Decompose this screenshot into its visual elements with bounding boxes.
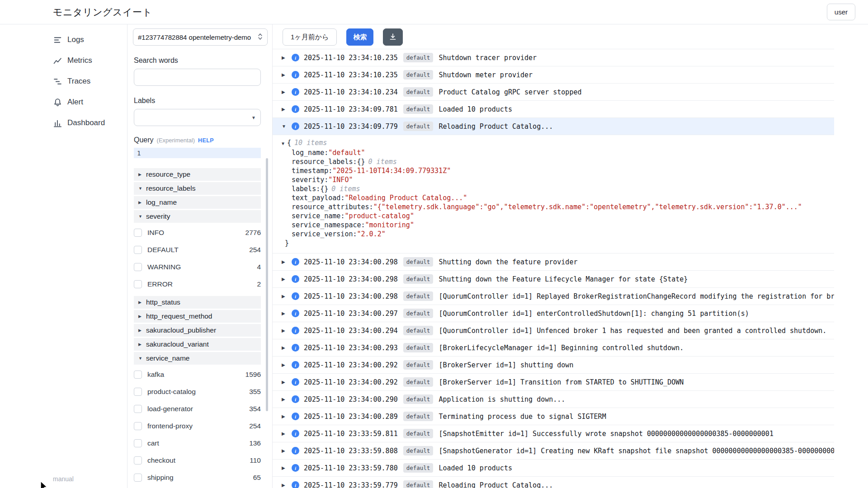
facet-item-cart[interactable]: cart 136 <box>134 435 261 452</box>
log-row[interactable]: ▶ i 2025-11-10 23:34:00.290 default Appl… <box>273 391 834 408</box>
log-row[interactable]: ▶ i 2025-11-10 23:34:10.235 default Shut… <box>273 66 834 84</box>
caret-icon[interactable]: ▶ <box>282 72 288 77</box>
chevron-down-icon: ▼ <box>251 115 256 120</box>
caret-icon[interactable]: ▶ <box>282 483 288 488</box>
query-editor[interactable]: 1 <box>134 148 261 158</box>
info-icon: i <box>292 105 299 113</box>
search-button[interactable]: 検索 <box>346 28 373 46</box>
caret-icon[interactable]: ▶ <box>282 107 288 112</box>
field-value: "default" <box>328 149 365 157</box>
checkbox[interactable] <box>134 388 142 396</box>
facet-item-INFO[interactable]: INFO 2776 <box>134 224 261 241</box>
field-value: "product-catalog" <box>344 212 414 220</box>
log-row[interactable]: ▶ i 2025-11-10 23:33:59.780 default Load… <box>273 460 834 477</box>
query-editor-active-line[interactable]: 1 <box>134 148 261 158</box>
caret-icon[interactable]: ▶ <box>282 277 288 282</box>
facet-item-kafka[interactable]: kafka 1596 <box>134 366 261 383</box>
facet-header-severity[interactable]: ▼ severity <box>134 210 261 223</box>
facet-item-checkout[interactable]: checkout 110 <box>134 452 261 469</box>
caret-icon[interactable]: ▶ <box>282 414 288 419</box>
facet-header-http_status[interactable]: ▶ http_status <box>134 296 261 309</box>
caret-icon[interactable]: ▶ <box>282 380 288 385</box>
checkbox[interactable] <box>134 280 142 288</box>
log-row[interactable]: ▶ i 2025-11-10 23:33:59.811 default [Sna… <box>273 425 834 442</box>
search-words-input[interactable] <box>134 69 261 86</box>
caret-icon[interactable]: ▶ <box>282 397 288 402</box>
log-timestamp: 2025-11-10 23:34:10.235 <box>304 54 398 62</box>
log-row[interactable]: ▶ i 2025-11-10 23:34:00.298 default [Quo… <box>273 288 834 305</box>
log-row[interactable]: ▶ i 2025-11-10 23:34:00.298 default Shut… <box>273 253 834 271</box>
checkbox[interactable] <box>134 246 142 254</box>
checkbox[interactable] <box>134 456 142 465</box>
log-timestamp: 2025-11-10 23:33:59.811 <box>304 430 398 438</box>
field-value: "Reloading Product Catalog..." <box>344 194 467 202</box>
caret-icon[interactable]: ▶ <box>282 345 288 350</box>
checkbox[interactable] <box>134 405 142 413</box>
info-icon: i <box>292 361 299 369</box>
checkbox[interactable] <box>134 229 142 237</box>
log-row[interactable]: ▶ i 2025-11-10 23:33:59.779 default Relo… <box>273 477 834 488</box>
checkbox[interactable] <box>134 422 142 430</box>
facet-item-load-generator[interactable]: load-generator 354 <box>134 400 261 418</box>
info-icon: i <box>292 71 299 79</box>
sidebar-item-logs[interactable]: Logs <box>0 29 127 50</box>
log-row[interactable]: ▶ i 2025-11-10 23:34:00.294 default [Quo… <box>273 322 834 339</box>
checkbox[interactable] <box>134 263 142 271</box>
facet-item-ad[interactable]: ad 40 <box>134 486 261 488</box>
field-value: "INFO" <box>328 176 353 184</box>
user-button[interactable]: user <box>827 4 855 20</box>
checkbox[interactable] <box>134 371 142 379</box>
facet-header-sakuracloud_publisher[interactable]: ▶ sakuracloud_publisher <box>134 324 261 337</box>
log-row[interactable]: ▼ i 2025-11-10 23:34:09.779 default Relo… <box>273 118 834 135</box>
sidebar-item-dashboard[interactable]: Dashboard <box>0 113 127 133</box>
log-row[interactable]: ▶ i 2025-11-10 23:34:00.292 default [Bro… <box>273 374 834 391</box>
facet-header-sakuracloud_variant[interactable]: ▶ sakuracloud_variant <box>134 338 261 351</box>
caret-icon[interactable]: ▶ <box>282 55 288 60</box>
sidebar-item-traces[interactable]: Traces <box>0 71 127 92</box>
download-button[interactable] <box>383 28 403 46</box>
caret-icon[interactable]: ▶ <box>282 311 288 316</box>
log-row[interactable]: ▶ i 2025-11-10 23:34:00.297 default [Quo… <box>273 305 834 322</box>
log-row[interactable]: ▶ i 2025-11-10 23:33:59.808 default [Sna… <box>273 442 834 460</box>
caret-icon[interactable]: ▼ <box>282 124 288 129</box>
log-message: [BrokerServer id=1] shutting down <box>439 361 834 369</box>
facet-item-frontend-proxy[interactable]: frontend-proxy 254 <box>134 418 261 435</box>
caret-icon[interactable]: ▶ <box>282 448 288 453</box>
caret-icon[interactable]: ▶ <box>282 89 288 94</box>
log-row[interactable]: ▶ i 2025-11-10 23:34:00.293 default [Bro… <box>273 339 834 357</box>
facet-item-DEFAULT[interactable]: DEFAULT 254 <box>134 241 261 258</box>
project-select[interactable]: #123774782884 opentelemetry-demo <box>133 28 268 46</box>
caret-icon[interactable]: ▶ <box>282 362 288 367</box>
sidebar-item-alert[interactable]: Alert <box>0 92 127 113</box>
log-row[interactable]: ▶ i 2025-11-10 23:34:10.235 default Shut… <box>273 49 834 66</box>
log-row[interactable]: ▶ i 2025-11-10 23:34:00.289 default Term… <box>273 408 834 425</box>
sidebar-item-metrics[interactable]: Metrics <box>0 50 127 71</box>
labels-select[interactable]: ▼ <box>134 109 261 126</box>
facet-item-ERROR[interactable]: ERROR 2 <box>134 276 261 293</box>
field-value: "{"telemetry.sdk.language":"go","telemet… <box>373 203 802 211</box>
filter-scrollbar[interactable] <box>266 158 268 411</box>
log-row[interactable]: ▶ i 2025-11-10 23:34:00.292 default [Bro… <box>273 357 834 374</box>
facet-header-http_request_method[interactable]: ▶ http_request_method <box>134 310 261 323</box>
caret-icon[interactable]: ▶ <box>282 431 288 436</box>
log-row[interactable]: ▶ i 2025-11-10 23:34:00.298 default Shut… <box>273 271 834 288</box>
checkbox[interactable] <box>134 474 142 482</box>
caret-icon[interactable]: ▶ <box>282 465 288 470</box>
caret-icon[interactable]: ▶ <box>282 259 288 264</box>
facet-item-WARNING[interactable]: WARNING 4 <box>134 258 261 276</box>
caret-icon[interactable]: ▶ <box>282 328 288 333</box>
app-header: モニタリングスイート user <box>0 0 868 24</box>
facet-item-product-catalog[interactable]: product-catalog 355 <box>134 383 261 400</box>
time-range-button[interactable]: 1ヶ月前から <box>283 28 337 46</box>
facet-header-resource_type[interactable]: ▶ resource_type <box>134 168 261 181</box>
caret-icon[interactable]: ▶ <box>282 294 288 299</box>
collapse-caret-icon[interactable]: ▼ <box>282 141 284 146</box>
facet-header-log_name[interactable]: ▶ log_name <box>134 196 261 209</box>
facet-header-resource_labels[interactable]: ▼ resource_labels <box>134 182 261 195</box>
log-row[interactable]: ▶ i 2025-11-10 23:34:10.234 default Prod… <box>273 84 834 101</box>
facet-header-service_name[interactable]: ▼ service_name <box>134 352 261 365</box>
facet-item-shipping[interactable]: shipping 65 <box>134 469 261 486</box>
checkbox[interactable] <box>134 439 142 447</box>
query-help-link[interactable]: HELP <box>198 137 214 144</box>
log-row[interactable]: ▶ i 2025-11-10 23:34:09.781 default Load… <box>273 101 834 118</box>
